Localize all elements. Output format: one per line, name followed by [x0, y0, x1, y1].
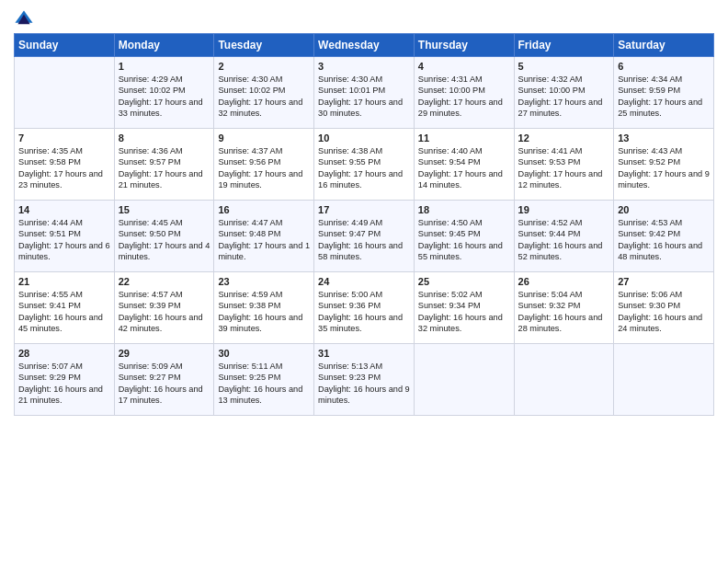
calendar-cell: 25Sunrise: 5:02 AMSunset: 9:34 PMDayligh… — [414, 272, 514, 344]
weekday-header: Tuesday — [214, 34, 314, 57]
cell-info: Sunrise: 4:59 AMSunset: 9:38 PMDaylight:… — [218, 289, 310, 335]
cell-info: Sunrise: 5:00 AMSunset: 9:36 PMDaylight:… — [318, 289, 410, 335]
day-number: 11 — [418, 132, 510, 144]
calendar-week-row: 7Sunrise: 4:35 AMSunset: 9:58 PMDaylight… — [15, 129, 714, 201]
day-number: 28 — [18, 348, 110, 359]
calendar-cell: 26Sunrise: 5:04 AMSunset: 9:32 PMDayligh… — [514, 272, 614, 344]
day-number: 20 — [618, 204, 710, 215]
cell-info: Sunrise: 5:09 AMSunset: 9:27 PMDaylight:… — [119, 361, 210, 407]
cell-info: Sunrise: 4:30 AMSunset: 10:01 PMDaylight… — [318, 74, 410, 120]
cell-info: Sunrise: 4:47 AMSunset: 9:48 PMDaylight:… — [218, 217, 310, 263]
day-number: 8 — [119, 132, 210, 144]
calendar-week-row: 14Sunrise: 4:44 AMSunset: 9:51 PMDayligh… — [15, 201, 714, 272]
header-row: SundayMondayTuesdayWednesdayThursdayFrid… — [15, 34, 714, 57]
day-number: 22 — [119, 276, 210, 287]
calendar-cell: 10Sunrise: 4:38 AMSunset: 9:55 PMDayligh… — [314, 129, 415, 201]
calendar-cell: 5Sunrise: 4:32 AMSunset: 10:00 PMDayligh… — [514, 57, 614, 129]
day-number: 1 — [119, 61, 210, 72]
cell-info: Sunrise: 4:41 AMSunset: 9:53 PMDaylight:… — [518, 145, 610, 191]
logo-icon — [14, 9, 34, 29]
cell-info: Sunrise: 4:38 AMSunset: 9:55 PMDaylight:… — [318, 145, 410, 191]
calendar-cell: 17Sunrise: 4:49 AMSunset: 9:47 PMDayligh… — [314, 201, 415, 272]
calendar-cell: 30Sunrise: 5:11 AMSunset: 9:25 PMDayligh… — [214, 344, 314, 416]
day-number: 21 — [18, 276, 110, 287]
calendar-cell: 16Sunrise: 4:47 AMSunset: 9:48 PMDayligh… — [214, 201, 314, 272]
cell-info: Sunrise: 4:53 AMSunset: 9:42 PMDaylight:… — [618, 217, 710, 263]
logo — [14, 9, 38, 29]
day-number: 18 — [418, 204, 510, 215]
cell-info: Sunrise: 4:49 AMSunset: 9:47 PMDaylight:… — [318, 217, 410, 263]
cell-info: Sunrise: 4:32 AMSunset: 10:00 PMDaylight… — [518, 74, 610, 120]
day-number: 14 — [18, 204, 110, 215]
calendar-table: SundayMondayTuesdayWednesdayThursdayFrid… — [14, 33, 714, 416]
day-number: 7 — [18, 132, 110, 144]
calendar-cell — [614, 344, 714, 416]
cell-info: Sunrise: 5:11 AMSunset: 9:25 PMDaylight:… — [218, 361, 310, 407]
calendar-cell: 27Sunrise: 5:06 AMSunset: 9:30 PMDayligh… — [614, 272, 714, 344]
cell-info: Sunrise: 4:34 AMSunset: 9:59 PMDaylight:… — [618, 74, 710, 120]
calendar-cell — [15, 57, 115, 129]
calendar-cell: 29Sunrise: 5:09 AMSunset: 9:27 PMDayligh… — [114, 344, 214, 416]
cell-info: Sunrise: 4:55 AMSunset: 9:41 PMDaylight:… — [18, 289, 110, 335]
cell-info: Sunrise: 4:36 AMSunset: 9:57 PMDaylight:… — [119, 145, 210, 191]
day-number: 27 — [618, 276, 710, 287]
weekday-header: Monday — [114, 34, 214, 57]
main-container: SundayMondayTuesdayWednesdayThursdayFrid… — [0, 0, 728, 425]
calendar-cell: 6Sunrise: 4:34 AMSunset: 9:59 PMDaylight… — [614, 57, 714, 129]
calendar-cell: 2Sunrise: 4:30 AMSunset: 10:02 PMDayligh… — [214, 57, 314, 129]
calendar-cell: 24Sunrise: 5:00 AMSunset: 9:36 PMDayligh… — [314, 272, 415, 344]
calendar-body: 1Sunrise: 4:29 AMSunset: 10:02 PMDayligh… — [15, 57, 714, 416]
calendar-cell: 11Sunrise: 4:40 AMSunset: 9:54 PMDayligh… — [414, 129, 514, 201]
weekday-header: Wednesday — [314, 34, 415, 57]
weekday-header: Sunday — [15, 34, 115, 57]
calendar-week-row: 1Sunrise: 4:29 AMSunset: 10:02 PMDayligh… — [15, 57, 714, 129]
calendar-cell: 8Sunrise: 4:36 AMSunset: 9:57 PMDaylight… — [114, 129, 214, 201]
cell-info: Sunrise: 4:50 AMSunset: 9:45 PMDaylight:… — [418, 217, 510, 263]
calendar-cell: 9Sunrise: 4:37 AMSunset: 9:56 PMDaylight… — [214, 129, 314, 201]
calendar-week-row: 21Sunrise: 4:55 AMSunset: 9:41 PMDayligh… — [15, 272, 714, 344]
day-number: 2 — [218, 61, 310, 72]
day-number: 19 — [518, 204, 610, 215]
calendar-cell: 14Sunrise: 4:44 AMSunset: 9:51 PMDayligh… — [15, 201, 115, 272]
calendar-cell — [514, 344, 614, 416]
cell-info: Sunrise: 4:31 AMSunset: 10:00 PMDaylight… — [418, 74, 510, 120]
day-number: 30 — [218, 348, 310, 359]
weekday-header: Friday — [514, 34, 614, 57]
calendar-week-row: 28Sunrise: 5:07 AMSunset: 9:29 PMDayligh… — [15, 344, 714, 416]
day-number: 25 — [418, 276, 510, 287]
calendar-cell: 4Sunrise: 4:31 AMSunset: 10:00 PMDayligh… — [414, 57, 514, 129]
day-number: 29 — [119, 348, 210, 359]
cell-info: Sunrise: 5:06 AMSunset: 9:30 PMDaylight:… — [618, 289, 710, 335]
calendar-cell: 23Sunrise: 4:59 AMSunset: 9:38 PMDayligh… — [214, 272, 314, 344]
cell-info: Sunrise: 4:40 AMSunset: 9:54 PMDaylight:… — [418, 145, 510, 191]
cell-info: Sunrise: 4:45 AMSunset: 9:50 PMDaylight:… — [119, 217, 210, 263]
day-number: 5 — [518, 61, 610, 72]
header — [14, 9, 714, 29]
calendar-cell: 7Sunrise: 4:35 AMSunset: 9:58 PMDaylight… — [15, 129, 115, 201]
calendar-cell: 19Sunrise: 4:52 AMSunset: 9:44 PMDayligh… — [514, 201, 614, 272]
weekday-header: Thursday — [414, 34, 514, 57]
calendar-header: SundayMondayTuesdayWednesdayThursdayFrid… — [15, 34, 714, 57]
calendar-cell: 3Sunrise: 4:30 AMSunset: 10:01 PMDayligh… — [314, 57, 415, 129]
cell-info: Sunrise: 5:13 AMSunset: 9:23 PMDaylight:… — [318, 361, 410, 407]
weekday-header: Saturday — [614, 34, 714, 57]
cell-info: Sunrise: 4:29 AMSunset: 10:02 PMDaylight… — [119, 74, 210, 120]
day-number: 4 — [418, 61, 510, 72]
day-number: 31 — [318, 348, 410, 359]
day-number: 12 — [518, 132, 610, 144]
day-number: 9 — [218, 132, 310, 144]
calendar-cell: 22Sunrise: 4:57 AMSunset: 9:39 PMDayligh… — [114, 272, 214, 344]
calendar-cell: 13Sunrise: 4:43 AMSunset: 9:52 PMDayligh… — [614, 129, 714, 201]
cell-info: Sunrise: 5:04 AMSunset: 9:32 PMDaylight:… — [518, 289, 610, 335]
day-number: 16 — [218, 204, 310, 215]
cell-info: Sunrise: 4:30 AMSunset: 10:02 PMDaylight… — [218, 74, 310, 120]
calendar-cell: 18Sunrise: 4:50 AMSunset: 9:45 PMDayligh… — [414, 201, 514, 272]
calendar-cell: 15Sunrise: 4:45 AMSunset: 9:50 PMDayligh… — [114, 201, 214, 272]
calendar-cell: 31Sunrise: 5:13 AMSunset: 9:23 PMDayligh… — [314, 344, 415, 416]
day-number: 10 — [318, 132, 410, 144]
calendar-cell: 21Sunrise: 4:55 AMSunset: 9:41 PMDayligh… — [15, 272, 115, 344]
day-number: 15 — [119, 204, 210, 215]
day-number: 23 — [218, 276, 310, 287]
calendar-cell: 28Sunrise: 5:07 AMSunset: 9:29 PMDayligh… — [15, 344, 115, 416]
calendar-cell — [414, 344, 514, 416]
